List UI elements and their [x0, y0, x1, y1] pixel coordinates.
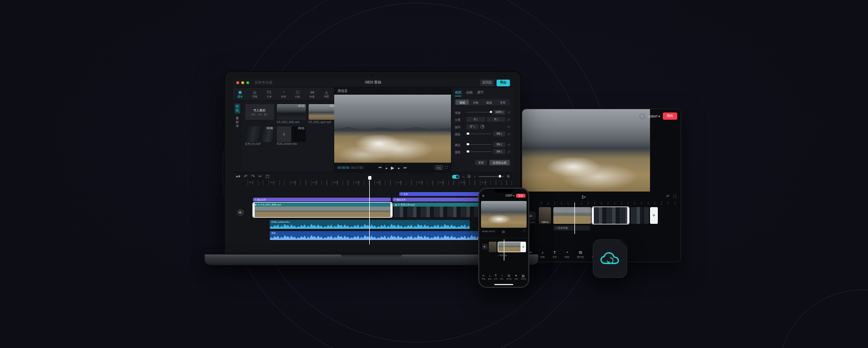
set-cover-thumbnail[interactable] — [489, 242, 497, 252]
play-button[interactable]: ▷ — [582, 194, 586, 199]
tab-filter[interactable]: ◬滤镜 — [319, 87, 334, 100]
video-clip[interactable] — [630, 207, 649, 224]
scale-slider[interactable] — [467, 112, 492, 113]
toolbar-item-effects[interactable]: ✦特效 — [514, 274, 518, 281]
media-item[interactable]: ♪ 03:21 BGM_ambient.flac — [277, 126, 306, 146]
rotate-value[interactable]: 0°▲▼ — [467, 124, 479, 129]
quality-dropdown[interactable]: 1080P ▾ — [648, 114, 660, 118]
fullscreen-icon[interactable]: ⛶ — [523, 229, 525, 233]
slim-slider[interactable] — [467, 151, 492, 153]
media-item[interactable]: 00:17 DJI_0015_海岸.mp4 — [309, 104, 338, 124]
toolbar-item-sticker[interactable]: ◔贴纸 — [500, 274, 504, 281]
add-clip-button[interactable]: + — [520, 242, 526, 252]
reset-icon[interactable]: ↺ — [507, 111, 510, 114]
export-button[interactable]: 导出 — [497, 80, 510, 86]
tablet-playhead[interactable] — [574, 203, 575, 234]
tab-sticker[interactable]: ◔贴纸 — [276, 87, 291, 100]
audio-clip-sfx[interactable]: 音效 — [270, 231, 481, 240]
auto-ripple-toggle[interactable] — [452, 175, 459, 179]
select-tool-button[interactable]: ▸▾ — [236, 174, 240, 179]
redo-button[interactable]: ↷ — [251, 174, 255, 179]
next-clip-button[interactable]: ⏭ — [404, 166, 406, 170]
reset-icon[interactable]: ↺ — [507, 118, 510, 121]
toolbar-item-sticker[interactable]: ◔贴纸 — [564, 251, 569, 259]
undo-button[interactable]: ↶ — [244, 174, 247, 179]
preview-axis-icon[interactable]: ◔ — [473, 175, 475, 179]
video-clip[interactable] — [553, 207, 591, 224]
corner-value[interactable]: 0%▲▼ — [493, 131, 505, 136]
set-cover-thumbnail[interactable]: 设置封面 — [539, 207, 551, 224]
step-back-button[interactable]: ◂ — [385, 166, 387, 170]
timeline-zoom-slider[interactable] — [478, 176, 504, 177]
scale-value[interactable]: 100%▲▼ — [493, 110, 505, 115]
toolbar-item-pip[interactable]: ⧉画中画 — [577, 251, 584, 259]
toolbar-item-audio[interactable]: ♪音频 — [488, 274, 492, 281]
home-indicator[interactable] — [494, 284, 513, 286]
text-track-segment[interactable]: T文本 — [399, 192, 480, 196]
phone-playhead[interactable] — [504, 239, 504, 261]
text-track-segment[interactable]: T默认文本 — [393, 198, 480, 202]
step-forward-button[interactable]: ▸ — [398, 166, 400, 170]
add-clip-button[interactable]: + — [650, 207, 658, 224]
link-icon[interactable]: ⧉ — [468, 174, 470, 179]
help-icon[interactable]: ? — [639, 114, 645, 119]
reset-icon[interactable]: ↺ — [507, 133, 510, 136]
timeline-playhead[interactable] — [369, 180, 370, 244]
audio-clip-bgm[interactable]: BGM_ambient.flac — [270, 220, 470, 229]
tab-media[interactable]: ▣媒体 — [233, 87, 247, 100]
zoom-in-icon[interactable]: ⊕ — [507, 174, 510, 179]
add-audio-button[interactable]: + 添加音频 — [498, 254, 507, 256]
slim-value[interactable]: 0%▲▼ — [493, 149, 505, 154]
add-audio-button[interactable]: + 添加音频 — [553, 226, 590, 231]
media-item[interactable]: 00:32 DJI_0012_桥面.mp4 — [277, 104, 306, 124]
reset-icon[interactable]: ↺ — [507, 150, 510, 154]
phone-video-preview[interactable] — [481, 201, 527, 228]
tab-text[interactable]: T1文本 — [262, 87, 276, 100]
rotate-dial[interactable] — [480, 125, 484, 129]
sidebar-item-library[interactable]: 素材库 — [235, 115, 240, 129]
template-button[interactable]: 剪同款 — [480, 80, 494, 86]
video-clip-selected[interactable]: ◉≋DJI_0012_桥面.mp4 — [253, 203, 392, 217]
smooth-slider[interactable] — [467, 144, 492, 145]
toolbar-item-pack[interactable]: ▤素材包 — [520, 274, 527, 281]
fullscreen-icon[interactable]: ⛶ — [673, 194, 676, 199]
quality-dropdown[interactable]: 1080P ▾ — [505, 194, 514, 197]
reset-button[interactable]: 重置 — [475, 160, 487, 165]
delete-button[interactable]: ▢ — [266, 174, 270, 179]
split-button[interactable]: ✂ — [259, 174, 262, 179]
video-clip[interactable]: ◉≋夜景公路.mp4 — [393, 203, 480, 217]
inspector-tab-animation[interactable]: 动画 — [466, 90, 473, 96]
apply-to-all-button[interactable]: 应用到全部 — [489, 160, 510, 165]
phone-clip-strip[interactable] — [498, 242, 522, 252]
video-viewport[interactable] — [334, 95, 451, 163]
play-button[interactable]: ▶ — [391, 165, 394, 170]
toolbar-item-pip[interactable]: ⧉画中画 — [506, 274, 512, 281]
media-item[interactable]: 00:08 夜景公路.mp4 — [245, 126, 274, 146]
position-y-input[interactable]: 0▲▼ — [487, 117, 506, 122]
corner-slider[interactable] — [467, 134, 492, 135]
text-track-segment[interactable]: T默认文本 — [253, 198, 391, 202]
tab-effects[interactable]: ⬡特效 — [290, 87, 305, 100]
import-media-button[interactable]: 导入素材 视频、音频、图片 — [245, 104, 274, 120]
reset-icon[interactable]: ↺ — [507, 143, 510, 146]
undo-icon[interactable]: ↶ — [666, 194, 669, 199]
fit-mode-dropdown[interactable]: 适应 — [435, 165, 443, 170]
tablet-video-preview[interactable] — [522, 109, 650, 192]
toolbar-item-cut[interactable]: ✂剪辑 — [482, 274, 485, 281]
segment-cutout[interactable]: 抠像 — [469, 100, 482, 105]
export-button[interactable]: 导出 — [516, 194, 525, 198]
tab-audio[interactable]: ◎音频 — [247, 87, 262, 100]
mute-original-sound-button[interactable] — [482, 244, 488, 249]
export-button[interactable]: 导出 — [663, 112, 677, 120]
magnet-icon[interactable]: ∩ — [462, 175, 465, 179]
close-icon[interactable]: × — [482, 194, 484, 198]
mute-track-button[interactable] — [237, 209, 244, 216]
toolbar-item-text[interactable]: T文本 — [552, 251, 557, 259]
prev-clip-button[interactable]: ⏮ — [379, 166, 381, 170]
inspector-tab-adjust[interactable]: 调节 — [477, 90, 484, 96]
tab-transition[interactable]: ⋈转场 — [305, 87, 319, 100]
toolbar-item-text[interactable]: T文本 — [494, 274, 498, 281]
timeline-ruler[interactable]: 00:0000:0200:0400:0600:0800:1000:1200:14… — [247, 180, 513, 185]
toolbar-item-audio[interactable]: ♪音频 — [540, 251, 545, 259]
segment-basic[interactable]: 基础 — [455, 100, 469, 105]
